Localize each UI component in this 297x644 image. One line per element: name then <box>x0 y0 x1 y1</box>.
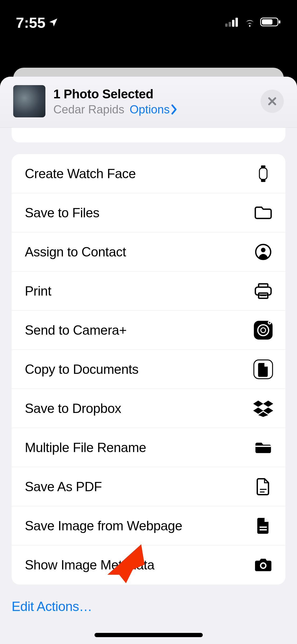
action-list: Create Watch Face Save to Files Assign t… <box>12 154 285 585</box>
home-indicator[interactable] <box>95 633 203 637</box>
action-save-as-pdf[interactable]: Save As PDF <box>12 467 285 506</box>
camera-plus-app-icon <box>253 320 274 341</box>
svg-rect-1 <box>229 22 231 27</box>
action-save-to-dropbox[interactable]: Save to Dropbox <box>12 389 285 428</box>
edit-actions-link[interactable]: Edit Actions… <box>12 585 285 614</box>
action-label: Show Image Metadata <box>25 557 154 573</box>
cellular-signal-icon <box>225 17 239 28</box>
action-label: Save to Files <box>25 205 100 220</box>
action-label: Print <box>25 283 51 299</box>
chevron-right-icon <box>170 104 178 115</box>
svg-rect-7 <box>260 168 267 179</box>
svg-rect-5 <box>262 19 272 25</box>
battery-icon <box>260 17 281 28</box>
svg-rect-21 <box>256 445 271 447</box>
action-show-image-metadata[interactable]: Show Image Metadata <box>12 545 285 585</box>
watch-icon <box>253 163 274 184</box>
doc-outline-icon <box>253 476 274 497</box>
selected-photo-thumbnail[interactable] <box>13 85 45 117</box>
status-indicators <box>225 17 281 28</box>
wifi-icon <box>243 17 256 28</box>
action-label: Send to Camera+ <box>25 323 127 338</box>
status-bar: 7:55 <box>0 0 297 37</box>
svg-rect-9 <box>261 180 266 182</box>
action-assign-to-contact[interactable]: Assign to Contact <box>12 232 285 272</box>
close-icon <box>267 96 277 107</box>
share-options-label: Options <box>130 103 170 116</box>
doc-filled-icon <box>253 515 274 536</box>
status-time: 7:55 <box>16 14 45 31</box>
action-save-image-from-webpage[interactable]: Save Image from Webpage <box>12 506 285 545</box>
svg-rect-0 <box>225 24 228 27</box>
action-copy-to-documents[interactable]: Copy to Documents <box>12 350 285 389</box>
close-button[interactable] <box>261 90 284 113</box>
action-label: Save Image from Webpage <box>25 518 182 533</box>
action-label: Save to Dropbox <box>25 401 121 416</box>
action-label: Multiple File Rename <box>25 440 146 455</box>
action-label: Assign to Contact <box>25 244 126 260</box>
svg-rect-13 <box>255 287 271 295</box>
contact-circle-icon <box>253 241 274 263</box>
location-arrow-icon <box>48 14 59 31</box>
svg-point-11 <box>261 248 265 252</box>
svg-point-27 <box>261 564 265 568</box>
svg-rect-25 <box>260 529 267 530</box>
previous-section-stub <box>12 128 285 142</box>
status-time-group: 7:55 <box>16 14 59 31</box>
folder-outline-icon <box>253 202 274 223</box>
share-sheet-info: 1 Photo Selected Cedar Rapids Options <box>53 87 261 116</box>
action-send-to-camera-plus[interactable]: Send to Camera+ <box>12 311 285 350</box>
action-label: Save As PDF <box>25 479 102 494</box>
svg-rect-3 <box>235 18 238 27</box>
printer-icon <box>253 280 274 302</box>
svg-rect-2 <box>232 20 234 27</box>
camera-filled-icon <box>253 554 274 576</box>
share-sheet-title: 1 Photo Selected <box>53 87 261 101</box>
documents-app-icon <box>253 359 274 380</box>
action-label: Create Watch Face <box>25 166 136 181</box>
folder-filled-icon <box>253 437 274 458</box>
action-label: Copy to Documents <box>25 362 139 377</box>
share-sheet-header: 1 Photo Selected Cedar Rapids Options <box>0 77 297 128</box>
action-save-to-files[interactable]: Save to Files <box>12 193 285 232</box>
action-print[interactable]: Print <box>12 272 285 311</box>
action-create-watch-face[interactable]: Create Watch Face <box>12 154 285 193</box>
share-sheet-location: Cedar Rapids <box>53 103 124 116</box>
dropbox-icon <box>253 398 274 419</box>
svg-rect-8 <box>261 165 266 167</box>
svg-rect-24 <box>260 526 267 528</box>
share-sheet: 1 Photo Selected Cedar Rapids Options Cr… <box>0 77 297 644</box>
action-multiple-file-rename[interactable]: Multiple File Rename <box>12 428 285 467</box>
svg-rect-6 <box>279 20 280 24</box>
share-options-link[interactable]: Options <box>130 103 178 116</box>
